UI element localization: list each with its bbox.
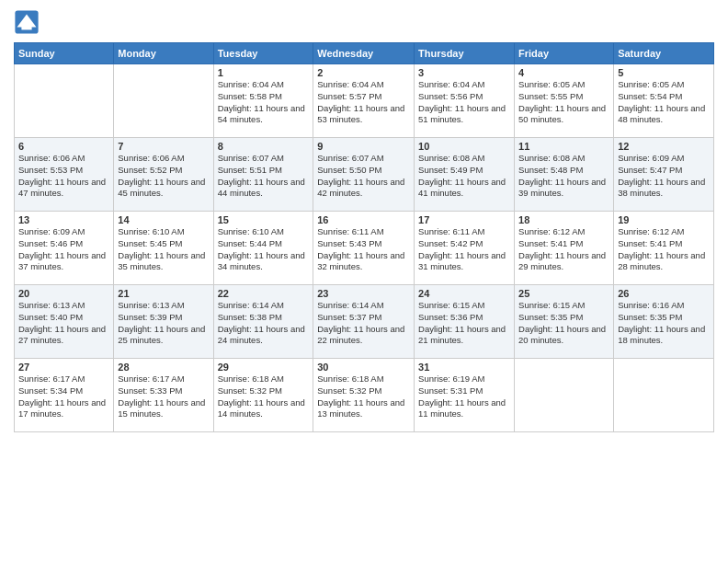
- calendar-week-row: 1Sunrise: 6:04 AM Sunset: 5:58 PM Daylig…: [15, 64, 714, 138]
- calendar-cell: 20Sunrise: 6:13 AM Sunset: 5:40 PM Dayli…: [15, 285, 114, 359]
- weekday-header: Thursday: [415, 43, 515, 64]
- day-info: Sunrise: 6:06 AM Sunset: 5:52 PM Dayligh…: [118, 153, 209, 200]
- calendar-week-row: 6Sunrise: 6:06 AM Sunset: 5:53 PM Daylig…: [15, 138, 714, 212]
- day-number: 7: [118, 141, 209, 152]
- day-info: Sunrise: 6:06 AM Sunset: 5:53 PM Dayligh…: [18, 153, 109, 200]
- day-info: Sunrise: 6:12 AM Sunset: 5:41 PM Dayligh…: [518, 226, 609, 273]
- day-info: Sunrise: 6:14 AM Sunset: 5:37 PM Dayligh…: [317, 300, 410, 347]
- calendar-cell: 27Sunrise: 6:17 AM Sunset: 5:34 PM Dayli…: [15, 359, 114, 432]
- weekday-header: Saturday: [614, 43, 714, 64]
- day-number: 29: [218, 362, 310, 373]
- day-info: Sunrise: 6:13 AM Sunset: 5:39 PM Dayligh…: [118, 300, 209, 347]
- day-number: 10: [418, 141, 510, 152]
- calendar-cell: [515, 359, 614, 432]
- weekday-header: Friday: [515, 43, 614, 64]
- calendar-week-row: 20Sunrise: 6:13 AM Sunset: 5:40 PM Dayli…: [15, 285, 714, 359]
- logo: [14, 9, 41, 35]
- calendar-cell: 9Sunrise: 6:07 AM Sunset: 5:50 PM Daylig…: [313, 138, 415, 212]
- weekday-header: Sunday: [15, 43, 114, 64]
- day-info: Sunrise: 6:07 AM Sunset: 5:51 PM Dayligh…: [218, 153, 310, 200]
- day-number: 28: [118, 362, 209, 373]
- day-number: 14: [118, 214, 209, 225]
- calendar-cell: 23Sunrise: 6:14 AM Sunset: 5:37 PM Dayli…: [313, 285, 415, 359]
- calendar-cell: 29Sunrise: 6:18 AM Sunset: 5:32 PM Dayli…: [213, 359, 313, 432]
- calendar-cell: [15, 64, 114, 138]
- day-number: 24: [418, 288, 510, 299]
- calendar-week-row: 13Sunrise: 6:09 AM Sunset: 5:46 PM Dayli…: [15, 212, 714, 285]
- day-info: Sunrise: 6:14 AM Sunset: 5:38 PM Dayligh…: [218, 300, 310, 347]
- calendar-cell: 22Sunrise: 6:14 AM Sunset: 5:38 PM Dayli…: [213, 285, 313, 359]
- day-info: Sunrise: 6:12 AM Sunset: 5:41 PM Dayligh…: [618, 226, 710, 273]
- calendar-cell: 31Sunrise: 6:19 AM Sunset: 5:31 PM Dayli…: [415, 359, 515, 432]
- day-info: Sunrise: 6:18 AM Sunset: 5:32 PM Dayligh…: [317, 373, 410, 420]
- day-info: Sunrise: 6:09 AM Sunset: 5:46 PM Dayligh…: [18, 226, 109, 273]
- header: [14, 9, 714, 35]
- day-info: Sunrise: 6:04 AM Sunset: 5:57 PM Dayligh…: [317, 79, 410, 126]
- calendar-cell: 15Sunrise: 6:10 AM Sunset: 5:44 PM Dayli…: [213, 212, 313, 285]
- calendar-cell: 25Sunrise: 6:15 AM Sunset: 5:35 PM Dayli…: [515, 285, 614, 359]
- day-info: Sunrise: 6:11 AM Sunset: 5:43 PM Dayligh…: [317, 226, 410, 273]
- svg-rect-2: [21, 25, 31, 30]
- day-number: 18: [518, 214, 609, 225]
- day-info: Sunrise: 6:10 AM Sunset: 5:44 PM Dayligh…: [218, 226, 310, 273]
- day-number: 2: [317, 67, 410, 78]
- day-info: Sunrise: 6:18 AM Sunset: 5:32 PM Dayligh…: [218, 373, 310, 420]
- day-info: Sunrise: 6:05 AM Sunset: 5:55 PM Dayligh…: [518, 79, 609, 126]
- day-number: 23: [317, 288, 410, 299]
- day-number: 17: [418, 214, 510, 225]
- day-info: Sunrise: 6:15 AM Sunset: 5:36 PM Dayligh…: [418, 300, 510, 347]
- page: SundayMondayTuesdayWednesdayThursdayFrid…: [0, 0, 728, 563]
- day-number: 4: [518, 67, 609, 78]
- calendar-cell: 11Sunrise: 6:08 AM Sunset: 5:48 PM Dayli…: [515, 138, 614, 212]
- calendar-cell: 12Sunrise: 6:09 AM Sunset: 5:47 PM Dayli…: [614, 138, 714, 212]
- day-number: 16: [317, 214, 410, 225]
- day-info: Sunrise: 6:11 AM Sunset: 5:42 PM Dayligh…: [418, 226, 510, 273]
- calendar-cell: 7Sunrise: 6:06 AM Sunset: 5:52 PM Daylig…: [114, 138, 213, 212]
- calendar-table: SundayMondayTuesdayWednesdayThursdayFrid…: [14, 42, 714, 432]
- calendar-cell: 30Sunrise: 6:18 AM Sunset: 5:32 PM Dayli…: [313, 359, 415, 432]
- day-number: 31: [418, 362, 510, 373]
- calendar-cell: 28Sunrise: 6:17 AM Sunset: 5:33 PM Dayli…: [114, 359, 213, 432]
- calendar-week-row: 27Sunrise: 6:17 AM Sunset: 5:34 PM Dayli…: [15, 359, 714, 432]
- calendar-cell: 14Sunrise: 6:10 AM Sunset: 5:45 PM Dayli…: [114, 212, 213, 285]
- calendar-cell: 16Sunrise: 6:11 AM Sunset: 5:43 PM Dayli…: [313, 212, 415, 285]
- day-number: 3: [418, 67, 510, 78]
- day-info: Sunrise: 6:04 AM Sunset: 5:58 PM Dayligh…: [218, 79, 310, 126]
- day-number: 5: [618, 67, 710, 78]
- day-info: Sunrise: 6:19 AM Sunset: 5:31 PM Dayligh…: [418, 373, 510, 420]
- day-number: 25: [518, 288, 609, 299]
- day-info: Sunrise: 6:09 AM Sunset: 5:47 PM Dayligh…: [618, 153, 710, 200]
- day-number: 11: [518, 141, 609, 152]
- day-info: Sunrise: 6:16 AM Sunset: 5:35 PM Dayligh…: [618, 300, 710, 347]
- day-info: Sunrise: 6:04 AM Sunset: 5:56 PM Dayligh…: [418, 79, 510, 126]
- day-info: Sunrise: 6:07 AM Sunset: 5:50 PM Dayligh…: [317, 153, 410, 200]
- day-number: 12: [618, 141, 710, 152]
- calendar-cell: 26Sunrise: 6:16 AM Sunset: 5:35 PM Dayli…: [614, 285, 714, 359]
- calendar-cell: 1Sunrise: 6:04 AM Sunset: 5:58 PM Daylig…: [213, 64, 313, 138]
- day-number: 6: [18, 141, 109, 152]
- day-info: Sunrise: 6:13 AM Sunset: 5:40 PM Dayligh…: [18, 300, 109, 347]
- calendar-cell: 10Sunrise: 6:08 AM Sunset: 5:49 PM Dayli…: [415, 138, 515, 212]
- day-number: 26: [618, 288, 710, 299]
- day-number: 20: [18, 288, 109, 299]
- day-info: Sunrise: 6:08 AM Sunset: 5:48 PM Dayligh…: [518, 153, 609, 200]
- day-number: 30: [317, 362, 410, 373]
- calendar-cell: 3Sunrise: 6:04 AM Sunset: 5:56 PM Daylig…: [415, 64, 515, 138]
- day-number: 22: [218, 288, 310, 299]
- weekday-header: Wednesday: [313, 43, 415, 64]
- calendar-cell: 17Sunrise: 6:11 AM Sunset: 5:42 PM Dayli…: [415, 212, 515, 285]
- day-number: 19: [618, 214, 710, 225]
- day-info: Sunrise: 6:15 AM Sunset: 5:35 PM Dayligh…: [518, 300, 609, 347]
- day-info: Sunrise: 6:17 AM Sunset: 5:33 PM Dayligh…: [118, 373, 209, 420]
- calendar-cell: 4Sunrise: 6:05 AM Sunset: 5:55 PM Daylig…: [515, 64, 614, 138]
- weekday-header: Monday: [114, 43, 213, 64]
- day-number: 15: [218, 214, 310, 225]
- calendar-cell: [614, 359, 714, 432]
- day-number: 13: [18, 214, 109, 225]
- calendar-cell: 24Sunrise: 6:15 AM Sunset: 5:36 PM Dayli…: [415, 285, 515, 359]
- day-number: 1: [218, 67, 310, 78]
- day-number: 27: [18, 362, 109, 373]
- day-number: 9: [317, 141, 410, 152]
- calendar-cell: 21Sunrise: 6:13 AM Sunset: 5:39 PM Dayli…: [114, 285, 213, 359]
- day-info: Sunrise: 6:05 AM Sunset: 5:54 PM Dayligh…: [618, 79, 710, 126]
